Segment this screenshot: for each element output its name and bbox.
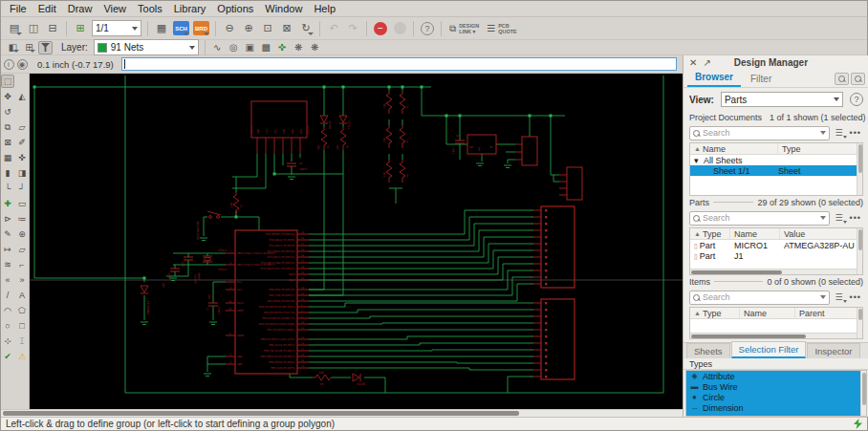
smash-tool[interactable]: ✎ [1, 227, 14, 241]
zoom-redraw-icon[interactable]: ↻ [297, 20, 315, 37]
type-row-attribute[interactable]: ◈Attribute [686, 371, 866, 381]
dimension-tool[interactable]: ⊹ [1, 334, 14, 348]
filter-icon[interactable] [38, 41, 53, 54]
items-search-input[interactable]: Search [689, 291, 830, 305]
command-input[interactable] [121, 57, 677, 71]
tab-sheets[interactable]: Sheets [686, 343, 730, 358]
grid-icon[interactable]: ⊞ [22, 41, 36, 54]
col-name[interactable]: Name [730, 228, 780, 239]
unmiter-tool[interactable]: ┘ [15, 182, 29, 195]
tab-inspector[interactable]: Inspector [807, 343, 859, 358]
tree-root-row[interactable]: ▾ All Sheets [690, 155, 862, 165]
close-icon[interactable]: ✕ [689, 57, 697, 68]
miter-tool[interactable]: └ [1, 182, 14, 195]
arc-tool[interactable]: ◠ [1, 304, 14, 317]
replace-tool[interactable]: ▮ [1, 166, 14, 180]
panel-help-icon[interactable]: ? [850, 93, 863, 106]
parts-vscrollbar[interactable] [857, 228, 862, 274]
polygon-tool[interactable]: ▱ [15, 243, 29, 256]
items-hscrollbar[interactable] [690, 333, 857, 338]
canvas-horizontal-scrollbar[interactable] [1, 409, 683, 417]
type-row-bus-wire[interactable]: ▬Bus Wire [686, 381, 866, 392]
tab-browser[interactable]: Browser [687, 70, 741, 87]
invoke-tool[interactable]: ↦ [1, 243, 14, 256]
brightness-icon[interactable]: ❋ [292, 41, 306, 54]
types-vscrollbar[interactable] [860, 371, 866, 416]
label-tool[interactable]: ▭ [15, 197, 29, 210]
net-tool[interactable]: ⌐ [15, 258, 29, 271]
col-name[interactable]: Name [740, 308, 795, 318]
zoom-in-icon[interactable]: ⊕ [240, 20, 257, 37]
zoom-fit-icon[interactable]: ⊡ [259, 20, 276, 37]
zoom-select-icon[interactable]: ⊠ [278, 20, 295, 37]
layer-selector[interactable]: 91 Nets [94, 39, 199, 55]
board-editor-icon[interactable]: BRD [192, 20, 210, 37]
col-type[interactable]: ▲Type [690, 228, 730, 239]
text-tool[interactable]: A [15, 289, 29, 302]
help-icon[interactable]: ? [419, 20, 436, 37]
junction-tool[interactable]: « [1, 273, 14, 287]
sheet-row[interactable]: Sheet 1/1 Sheet [690, 165, 862, 176]
polygon2-tool[interactable]: ⬠ [15, 304, 29, 317]
value-tool[interactable]: ≔ [15, 212, 29, 226]
gateswap-tool[interactable]: ◨ [15, 166, 29, 180]
name-tool[interactable]: ⊳ [1, 212, 14, 226]
documents-menu-button[interactable]: ••• [848, 128, 863, 138]
attribute-tool[interactable]: ⊛ [15, 227, 29, 241]
menu-window[interactable]: Window [259, 2, 308, 15]
parts-list-options-button[interactable]: ☰ [833, 213, 844, 223]
zoom-out-icon[interactable]: ⊖ [221, 20, 238, 37]
rect-tool[interactable]: □ [15, 319, 29, 333]
menu-edit[interactable]: Edit [33, 2, 62, 15]
line-tool[interactable]: / [1, 289, 14, 302]
parts-search-input[interactable]: Search [689, 211, 830, 226]
part-row[interactable]: ▯PartMICRO1ATMEGA328P-AU [690, 240, 862, 250]
zoom-fit-button[interactable] [851, 73, 865, 85]
col-name[interactable]: ▲Name [690, 143, 778, 154]
move-tool[interactable]: ✥ [1, 90, 14, 103]
sheet-icon[interactable]: ⊞ [72, 20, 89, 37]
save-icon[interactable]: ◫ [25, 20, 42, 37]
menu-draw[interactable]: Draw [62, 2, 98, 15]
eye-icon[interactable]: ◉ [17, 59, 28, 70]
info-icon[interactable]: i [4, 59, 14, 70]
circle-tool[interactable]: ○ [1, 319, 14, 333]
rotate-tool[interactable]: ↺ [1, 105, 14, 119]
menu-file[interactable]: File [4, 2, 33, 15]
simulate-icon[interactable]: ▦ [153, 20, 170, 37]
col-parent[interactable]: Parent [795, 308, 862, 318]
schematic-editor-icon[interactable]: SCH [172, 20, 190, 37]
contrast-icon[interactable]: ❋ [308, 41, 322, 54]
zoom-to-selected-button[interactable] [835, 73, 849, 85]
documents-vscrollbar[interactable] [857, 143, 862, 195]
parts-menu-button[interactable]: ••• [848, 213, 863, 223]
group-tool[interactable]: ⬚ [1, 75, 14, 88]
mark-icon[interactable]: ◎ [227, 41, 241, 54]
open-icon[interactable]: ▤ [6, 20, 23, 37]
menu-view[interactable]: View [98, 2, 132, 15]
copy-tool[interactable]: ⧉ [1, 120, 14, 134]
schematic-canvas[interactable]: 123456789101112123456789101112PB6(XTAL1/… [30, 74, 683, 409]
mark2-tool[interactable]: ⌶ [15, 334, 29, 348]
scrollbar-thumb[interactable] [3, 411, 519, 416]
erc-tool[interactable]: ✔ [1, 350, 14, 363]
mirror-tool[interactable]: ◭ [15, 90, 29, 103]
parts-hscrollbar[interactable] [690, 269, 857, 274]
col-type[interactable]: ▲Type [690, 308, 740, 318]
design-link-button[interactable]: ⧉DESIGNLINK ▾ [449, 23, 479, 34]
delete-tool[interactable]: ⊠ [1, 136, 14, 149]
tab-selection-filter[interactable]: Selection Filter [731, 341, 807, 358]
sheet-selector[interactable]: 1/1 [92, 20, 141, 36]
documents-search-input[interactable]: Search [689, 126, 830, 140]
print-icon[interactable]: ⊟ [44, 20, 61, 37]
menu-help[interactable]: Help [308, 2, 341, 15]
type-row-dimension[interactable]: ↔Dimension [686, 402, 866, 413]
menu-options[interactable]: Options [211, 2, 259, 15]
stop-icon[interactable]: − [372, 20, 389, 37]
ratsnest-icon[interactable]: ▣ [243, 41, 257, 54]
tab-filter[interactable]: Filter [743, 72, 779, 87]
change-tool[interactable]: ✐ [15, 136, 29, 149]
col-value[interactable]: Value [780, 228, 862, 239]
wire-bend-icon[interactable]: ∿ [210, 41, 225, 54]
add-part-tool[interactable]: ✚ [1, 197, 14, 210]
